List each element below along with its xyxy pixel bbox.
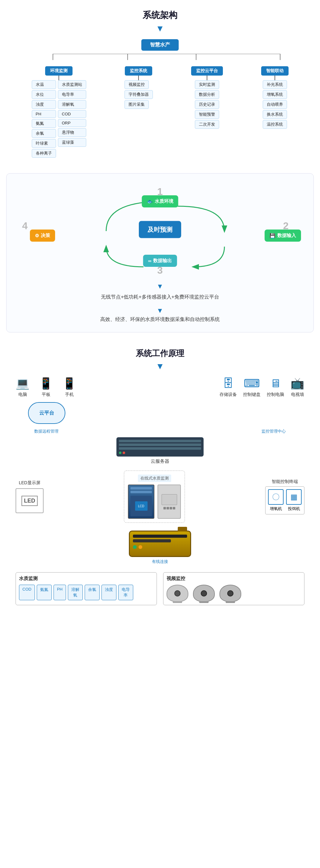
node-top: 🐟 水质环境	[142, 195, 178, 208]
sensor-title: 水质监测	[19, 576, 153, 582]
server-disk-3	[119, 447, 201, 450]
screen-inner: LCD	[135, 501, 148, 511]
sensor-chlorine: 余氯	[85, 585, 99, 600]
left-device-group: 💻 电脑 📱 平板 📱 手机	[16, 377, 76, 398]
env-col-left: 水温 水位 浊度 PH 氨氮 余氯 叶绿素 各种离子	[32, 80, 56, 158]
btn-4	[173, 507, 175, 509]
env-item-1: 水温	[32, 80, 56, 89]
led-text: LED	[22, 496, 38, 506]
node-left-label: 决策	[41, 232, 50, 239]
smart-item-2: 增氧系统	[263, 90, 287, 99]
camera-lens-3	[227, 590, 233, 596]
online-monitor-label: 在线式水质监测	[138, 474, 171, 482]
cloud-area: 云平台	[28, 402, 65, 424]
online-device-1: LCD	[128, 485, 154, 519]
tv-wall-label: 电视墙	[291, 392, 304, 398]
smart-terminal: 智能控制终端 〇 增氧机 ▦ 投饵机	[265, 479, 304, 515]
phone-label: 手机	[65, 392, 74, 398]
server-label: 云服务器	[151, 458, 169, 464]
data-out-icon: ∞	[148, 258, 152, 264]
terminal-items: 〇 增氧机 ▦ 投饵机	[265, 487, 304, 515]
cycle-diagram: 1 🐟 水质环境 2 💾 数据输入 3 ∞ 数据输出 4	[13, 183, 307, 276]
terminal-feeder: ▦ 投饵机	[286, 489, 302, 512]
device-phone: 📱 手机	[62, 377, 76, 398]
data-in-icon: 💾	[269, 233, 275, 239]
architecture-container: 智慧水产 环境监测	[0, 33, 320, 167]
smart-item-3: 自动喂养	[263, 100, 287, 109]
sensor-group: 水质监测 COD 氨氮 PH 溶解氧 余氯 浊度 电导率	[16, 572, 157, 605]
env-item-4: PH	[32, 110, 56, 118]
keyboard-label: 控制键盘	[243, 392, 261, 398]
branch-environment: 环境监测 水温 水位 浊度 PH 氨氮 余氯 叶绿素 各种离子 水质监测站	[32, 66, 86, 158]
top-devices-row: 💻 电脑 📱 平板 📱 手机 🗄 存储设备	[9, 377, 311, 398]
sensor-cod: COD	[19, 585, 35, 600]
node-bottom: ∞ 数据输出	[143, 255, 177, 267]
online-device-2	[157, 485, 181, 519]
branch-env-line	[59, 75, 59, 80]
online-monitor-area: 在线式水质监测 LCD	[124, 470, 185, 523]
device-control-pc: 🖥 控制电脑	[267, 377, 284, 398]
env-item-12: ORP	[58, 119, 86, 127]
cloud-item-4: 智能预警	[195, 110, 219, 119]
sensor-turbidity: 浊度	[101, 585, 116, 600]
server-visual	[116, 437, 204, 457]
cloud-label: 云平台	[39, 410, 54, 416]
storage-icon: 🗄	[223, 377, 234, 390]
node-right-box: 💾 数据输入	[265, 229, 301, 242]
server-row: 云服务器	[9, 437, 311, 464]
env-item-11: 溶解氧	[58, 100, 86, 109]
env-col-right: 水质监测站 电导率 溶解氧 COD ORP 悬浮物 蓝绿藻	[58, 80, 86, 158]
decision-icon: ⚙	[35, 233, 39, 239]
camera-lens-2	[201, 590, 207, 596]
cloud-shape: 云平台	[28, 402, 65, 424]
hw-connector	[178, 527, 187, 531]
connector-area	[9, 54, 311, 60]
feeder-label: 投饵机	[288, 506, 300, 512]
labels-row: 数据远程管理 监控管理中心	[9, 429, 311, 434]
env-item-3: 浊度	[32, 100, 56, 109]
branch-monitor-line	[138, 75, 139, 80]
node-top-label: 水质环境	[155, 198, 173, 204]
node-bottom-box: ∞ 数据输出	[143, 255, 177, 267]
label-data-remote: 数据远程管理	[34, 429, 59, 434]
device-screen: LCD	[130, 496, 152, 516]
cloud-item-1: 实时监测	[195, 80, 219, 89]
branch-monitor: 监控系统 视频监控 字符叠加器 图片采集	[124, 66, 153, 158]
branch-monitor-items: 视频监控 字符叠加器 图片采集	[124, 80, 153, 109]
camera-dome-3	[220, 585, 241, 602]
cloud-item-3: 历史记录	[195, 100, 219, 109]
terminal-oxygen: 〇 增氧机	[268, 489, 284, 512]
sensor-ph: PH	[54, 585, 66, 600]
storage-label: 存储设备	[220, 392, 237, 398]
server-box: 云服务器	[116, 437, 204, 464]
node-right: 💾 数据输入	[265, 229, 301, 242]
camera-base-2	[199, 601, 209, 603]
camera-3	[220, 585, 241, 602]
cycle-section: 1 🐟 水质环境 2 💾 数据输入 3 ∞ 数据输出 4	[6, 173, 314, 333]
smart-item-1: 补光系统	[263, 80, 287, 89]
branch-env-header: 环境监测	[45, 66, 72, 75]
online-devices: LCD	[128, 485, 181, 519]
smart-item-5: 温控系统	[263, 120, 287, 129]
led-display: LED	[16, 488, 43, 513]
env-item-7: 叶绿素	[32, 139, 56, 148]
control-pc-label: 控制电脑	[267, 392, 284, 398]
section-architecture: 系统架构 ▼ 智慧水产 环境监测	[0, 0, 320, 167]
architecture-title: 系统架构	[0, 0, 320, 24]
light-1	[119, 452, 121, 454]
cycle-arrow-1: ▼	[13, 282, 307, 290]
branch-cloud-items: 实时监测 数据分析 历史记录 智能预警 二次开发	[195, 80, 219, 129]
sensor-do: 溶解氧	[68, 585, 83, 600]
server-lights	[119, 452, 201, 454]
hardware-unit	[129, 531, 191, 557]
tablet-icon: 📱	[39, 377, 53, 390]
led-label: LED显示屏	[19, 480, 40, 486]
device-pc: 💻 电脑	[16, 377, 30, 398]
cycle-text-1: 无线节点+低功耗+多传感器接入+免费环境监控云平台	[13, 292, 307, 302]
branch-monitor-header: 监控系统	[125, 66, 152, 75]
phone-icon: 📱	[62, 377, 76, 390]
camera-lens-1	[174, 590, 180, 596]
label-monitor-center: 监控管理中心	[261, 429, 286, 434]
sensor-items: COD 氨氮 PH 溶解氧 余氯 浊度 电导率	[19, 585, 153, 600]
smart-terminal-label: 智能控制终端	[272, 479, 298, 485]
